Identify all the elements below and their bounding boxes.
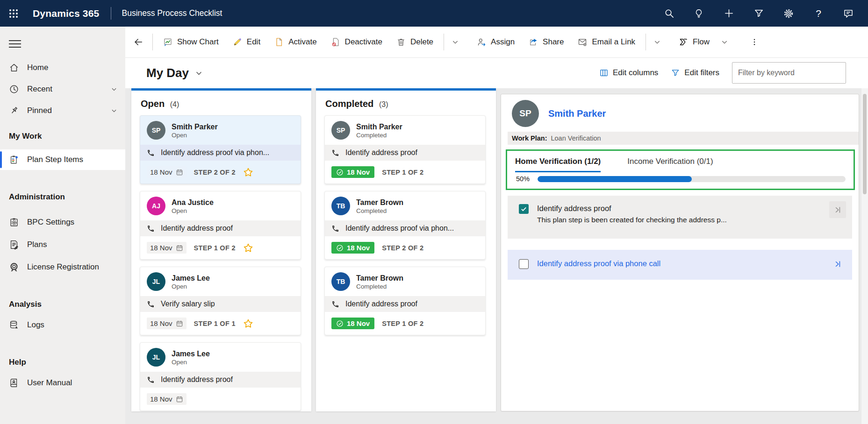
progress-fill bbox=[538, 176, 691, 182]
sidebar-item-bpc-settings[interactable]: BPC Settings bbox=[0, 211, 125, 233]
assign-button[interactable]: Assign bbox=[470, 32, 522, 52]
command-bar: Show Chart Edit Activate Deactivate bbox=[125, 27, 868, 58]
back-arrow-icon bbox=[133, 37, 143, 47]
sidebar-item-recent[interactable]: Recent bbox=[0, 78, 125, 100]
sidebar-item-label: Logs bbox=[27, 320, 44, 330]
tab-income-verification[interactable]: Income Verification (0/1) bbox=[627, 157, 713, 172]
sidebar-item-user-manual[interactable]: User Manual bbox=[0, 372, 125, 394]
email-link-button[interactable]: Email a Link bbox=[571, 32, 642, 52]
sidebar-item-plan-step-items[interactable]: Plan Step Items bbox=[0, 149, 125, 170]
card-task-title: Identify address proof bbox=[345, 300, 417, 308]
activate-button[interactable]: Activate bbox=[267, 32, 323, 52]
flow-button[interactable]: Flow bbox=[672, 32, 717, 52]
tab-home-verification[interactable]: Home Verification (1/2) bbox=[515, 157, 601, 172]
check-circle-icon bbox=[336, 169, 344, 176]
plan-step-card[interactable]: JL James Lee Open Verify salary slip 18 … bbox=[140, 267, 301, 335]
view-selector[interactable]: My Day bbox=[146, 66, 203, 80]
edit-button[interactable]: Edit bbox=[226, 32, 267, 52]
plan-step-title-link[interactable]: Identify address proof via phone call bbox=[537, 259, 660, 268]
phone-icon bbox=[147, 376, 155, 384]
filter-records-icon[interactable] bbox=[744, 0, 774, 27]
sidebar-section-help: Help bbox=[0, 353, 125, 372]
star-icon[interactable] bbox=[243, 318, 253, 329]
settings-gear-icon[interactable] bbox=[774, 0, 803, 27]
app-launcher-icon[interactable] bbox=[0, 0, 27, 27]
sidebar-item-home[interactable]: Home bbox=[0, 57, 125, 78]
overflow-chevron-icon[interactable] bbox=[649, 32, 665, 52]
vertical-scrollbar[interactable] bbox=[861, 88, 868, 424]
plan-step-card[interactable]: TB Tamer Brown Completed Identify addres… bbox=[324, 267, 486, 335]
plan-step-card[interactable]: SP Smith Parker Completed Identify addre… bbox=[324, 115, 486, 184]
sidebar-item-label: Plans bbox=[27, 240, 47, 249]
column-header: Open (4) bbox=[131, 91, 311, 115]
show-chart-button[interactable]: Show Chart bbox=[156, 32, 226, 52]
sidebar-item-label: Pinned bbox=[27, 106, 52, 115]
lightbulb-icon[interactable] bbox=[684, 0, 714, 27]
highlighted-plan-tabs: Home Verification (1/2) Income Verificat… bbox=[506, 149, 855, 190]
app-title[interactable]: Business Process Checklist bbox=[122, 8, 222, 18]
due-date-chip: 18 Nov bbox=[147, 242, 187, 254]
card-owner-name: Tamer Brown bbox=[356, 198, 403, 207]
card-task-title: Identify address proof bbox=[345, 148, 417, 157]
button-label: Deactivate bbox=[345, 37, 382, 47]
chevron-down-icon[interactable] bbox=[111, 86, 117, 92]
completed-date: 18 Nov bbox=[347, 168, 370, 176]
card-owner-name: Ana Justice bbox=[172, 198, 214, 207]
plan-step-card[interactable]: TB Tamer Brown Completed Identify addres… bbox=[324, 191, 486, 260]
feedback-icon[interactable] bbox=[833, 0, 863, 27]
star-icon[interactable] bbox=[243, 243, 253, 253]
due-date-chip: 18 Nov bbox=[147, 393, 187, 405]
step-indicator: STEP 2 OF 2 bbox=[194, 169, 236, 176]
plan-step-row[interactable]: Identify address proof via phone call bbox=[508, 250, 852, 280]
brand-title[interactable]: Dynamics 365 bbox=[33, 8, 100, 19]
plan-step-row[interactable]: Identify address proof This plan step is… bbox=[508, 196, 852, 239]
clock-icon bbox=[9, 84, 19, 94]
share-arrow-icon bbox=[529, 37, 538, 47]
back-button[interactable] bbox=[128, 32, 149, 52]
avatar: SP bbox=[331, 121, 350, 140]
edit-filters-button[interactable]: Edit filters bbox=[671, 68, 719, 78]
edit-columns-button[interactable]: Edit columns bbox=[599, 68, 658, 78]
plan-step-description: This plan step is been created for check… bbox=[537, 216, 727, 224]
plan-step-card[interactable]: JL James Lee Open Identify address proof… bbox=[140, 342, 301, 411]
chevron-down-icon[interactable] bbox=[111, 107, 117, 114]
share-button[interactable]: Share bbox=[522, 32, 571, 52]
star-icon[interactable] bbox=[243, 167, 253, 177]
help-icon[interactable]: ? bbox=[803, 0, 833, 27]
open-side-pane-icon[interactable] bbox=[829, 201, 846, 218]
phone-icon bbox=[147, 149, 155, 157]
global-nav-toggle-icon[interactable] bbox=[9, 38, 21, 50]
plan-step-card[interactable]: AJ Ana Justice Open Identify address pro… bbox=[140, 191, 301, 260]
sidebar-item-label: Plan Step Items bbox=[27, 155, 83, 164]
filter-keyword-input[interactable] bbox=[732, 62, 846, 84]
person-arrow-icon bbox=[477, 37, 486, 47]
column-title: Completed bbox=[325, 99, 373, 109]
checkbox-checked[interactable] bbox=[519, 204, 529, 214]
deactivate-button[interactable]: Deactivate bbox=[324, 32, 389, 52]
more-commands-icon[interactable] bbox=[745, 32, 764, 52]
flow-chevron-icon[interactable] bbox=[717, 32, 732, 52]
record-name-link[interactable]: Smith Parker bbox=[548, 108, 606, 119]
search-icon[interactable] bbox=[654, 0, 684, 27]
card-owner-name: James Lee bbox=[172, 349, 210, 359]
delete-button[interactable]: Delete bbox=[389, 32, 440, 52]
sidebar-item-logs[interactable]: Logs bbox=[0, 314, 125, 336]
checkbox-unchecked[interactable] bbox=[519, 259, 529, 269]
completed-date-badge: 18 Nov bbox=[331, 242, 374, 254]
plan-step-card[interactable]: SP Smith Parker Open Identify address pr… bbox=[140, 115, 301, 184]
avatar: TB bbox=[331, 197, 350, 215]
open-side-pane-icon[interactable] bbox=[829, 255, 846, 272]
overflow-chevron-icon[interactable] bbox=[447, 32, 463, 52]
sidebar-item-license-registration[interactable]: License Registration bbox=[0, 256, 125, 278]
card-status: Open bbox=[172, 283, 210, 290]
scrollbar-thumb[interactable] bbox=[863, 94, 867, 194]
sidebar-item-plans[interactable]: Plans bbox=[0, 233, 125, 256]
button-label: Flow bbox=[693, 37, 710, 47]
button-label: Edit columns bbox=[613, 68, 658, 78]
sidebar-item-pinned[interactable]: Pinned bbox=[0, 100, 125, 121]
page-title: My Day bbox=[146, 66, 189, 80]
button-label: Activate bbox=[288, 37, 316, 47]
settings-clipboard-icon bbox=[9, 217, 19, 227]
card-status: Open bbox=[172, 207, 214, 214]
add-icon[interactable] bbox=[714, 0, 744, 27]
